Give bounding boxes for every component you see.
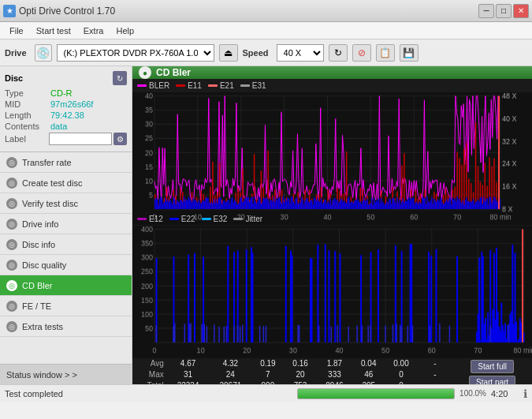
- nav-fe-te[interactable]: ◎ FE / TE: [0, 296, 132, 316]
- legend-e21: E21: [208, 81, 234, 90]
- status-window-label: Status window > >: [6, 370, 77, 380]
- chart-area: ● CD Bler BLER E11 E21: [132, 66, 532, 384]
- drive-label: Drive: [5, 48, 27, 58]
- nav-transfer-rate[interactable]: ◎ Transfer rate: [0, 152, 132, 173]
- stats-avg-e12: 1.87: [317, 358, 352, 369]
- nav-transfer-rate-label: Transfer rate: [22, 158, 72, 167]
- e11-color: [176, 84, 185, 87]
- nav-disc-info[interactable]: ◎ Disc info: [0, 234, 132, 255]
- status-time: 4:20: [491, 389, 519, 398]
- nav-create-test-disc[interactable]: ◎ Create test disc: [0, 173, 132, 193]
- legend-e31: E31: [240, 81, 266, 90]
- e22-label: E22: [181, 215, 195, 223]
- stats-avg-label: Avg: [132, 358, 167, 369]
- e11-label: E11: [188, 81, 202, 90]
- nav-drive-info[interactable]: ◎ Drive info: [0, 214, 132, 234]
- speed-select[interactable]: 40 X: [277, 44, 324, 62]
- label-gear-button[interactable]: ⚙: [113, 133, 127, 145]
- nav-verify-test-disc-label: Verify test disc: [22, 199, 78, 208]
- disc-title: Disc: [5, 73, 23, 83]
- type-label: Type: [5, 88, 50, 98]
- extra-tests-icon: ◎: [6, 321, 17, 332]
- chart-header: ● CD Bler: [132, 66, 532, 79]
- start-part-button[interactable]: Start part: [469, 376, 515, 384]
- eject-button[interactable]: ⏏: [219, 44, 238, 62]
- stats-avg-e11: 4.32: [209, 358, 251, 369]
- stats-avg-e31: 0.16: [284, 358, 316, 369]
- contents-label: Contents: [5, 122, 50, 131]
- nav-disc-info-label: Disc info: [22, 240, 55, 249]
- e32-label: E32: [214, 215, 228, 223]
- charts-container: BLER E11 E21 E31: [132, 79, 532, 346]
- nav-cd-bler[interactable]: ◎ CD Bler: [0, 275, 132, 296]
- stats-total-e31: 753: [284, 380, 316, 384]
- stats-total-e11: 20671: [209, 380, 251, 384]
- stats-max-e31: 20: [284, 369, 316, 380]
- nav-extra-tests[interactable]: ◎ Extra tests: [0, 316, 132, 337]
- disc-refresh-button[interactable]: ↻: [113, 71, 127, 85]
- contents-value: data: [50, 122, 67, 131]
- menu-start-test[interactable]: Start test: [30, 24, 77, 37]
- erase-button[interactable]: ⊘: [352, 44, 371, 62]
- stats-avg-e32: 0.00: [385, 358, 417, 369]
- nav-disc-quality[interactable]: ◎ Disc quality: [0, 255, 132, 275]
- stats-avg-row: Avg 4.67 4.32 0.19 0.16 1.87 0.04 0.00 -…: [132, 358, 532, 369]
- drive-info-icon: ◎: [6, 219, 17, 230]
- bottom-chart-wrapper: E12 E22 E32 Jitter: [132, 212, 532, 346]
- stats-total-label: Total: [132, 380, 167, 384]
- title-bar: ★ Opti Drive Control 1.70 ─ □ ✕: [0, 0, 532, 22]
- stats-max-e32: 0: [385, 369, 417, 380]
- maximize-button[interactable]: □: [496, 4, 512, 18]
- e12-label: E12: [149, 215, 163, 223]
- nav-drive-info-label: Drive info: [22, 219, 58, 229]
- mid-value: 97m26s66f: [50, 99, 93, 109]
- stats-total-jitter: -: [418, 380, 453, 384]
- drive-select[interactable]: (K:) PLEXTOR DVDR PX-760A 1.07: [57, 44, 214, 62]
- legend-e12: E12: [137, 215, 163, 223]
- drive-icon: 💿: [35, 44, 52, 62]
- bler-label: BLER: [149, 81, 169, 90]
- disc-info-icon: ◎: [6, 239, 17, 250]
- status-info-icon: ℹ: [523, 387, 527, 400]
- window-controls: ─ □ ✕: [478, 4, 529, 18]
- length-label: Length: [5, 110, 50, 120]
- stats-avg-e21: 0.19: [251, 358, 284, 369]
- nav-verify-test-disc[interactable]: ◎ Verify test disc: [0, 193, 132, 214]
- minimize-button[interactable]: ─: [478, 4, 494, 18]
- stats-action-cell: Start full Start part: [452, 358, 532, 384]
- menu-extra[interactable]: Extra: [77, 24, 110, 37]
- menu-help[interactable]: Help: [110, 24, 140, 37]
- bottom-legend: E12 E22 E32 Jitter: [132, 212, 532, 226]
- e21-label: E21: [220, 81, 234, 90]
- stats-max-label: Max: [132, 369, 167, 380]
- fe-te-icon: ◎: [6, 301, 17, 312]
- stats-max-bler: 31: [167, 369, 210, 380]
- progress-bar: [297, 388, 455, 399]
- stats-total-e12: 8946: [317, 380, 352, 384]
- length-value: 79:42.38: [50, 110, 84, 120]
- close-button[interactable]: ✕: [513, 4, 529, 18]
- create-test-disc-icon: ◎: [6, 178, 17, 189]
- nav-extra-tests-label: Extra tests: [22, 322, 63, 331]
- refresh-button[interactable]: ↻: [329, 44, 348, 62]
- label-input[interactable]: [49, 133, 112, 145]
- save-button[interactable]: 💾: [400, 44, 419, 62]
- speed-label: Speed: [243, 48, 269, 58]
- status-window-button[interactable]: Status window > >: [0, 364, 132, 384]
- label-label: Label: [5, 134, 49, 144]
- start-full-button[interactable]: Start full: [471, 360, 514, 373]
- copy-button[interactable]: 📋: [376, 44, 395, 62]
- nav-disc-quality-label: Disc quality: [22, 260, 66, 270]
- cd-bler-icon: ◎: [6, 280, 17, 291]
- legend-e32: E32: [202, 215, 228, 223]
- stats-max-jitter: -: [418, 369, 453, 380]
- chart-title: CD Bler: [156, 67, 191, 78]
- bler-color: [137, 84, 147, 87]
- e32-color: [202, 218, 211, 220]
- menu-file[interactable]: File: [3, 24, 30, 37]
- verify-test-disc-icon: ◎: [6, 198, 17, 209]
- progress-percent: 100.0%: [459, 389, 486, 398]
- status-text: Test completed: [5, 389, 292, 398]
- nav-cd-bler-label: CD Bler: [22, 281, 53, 290]
- nav-create-test-disc-label: Create test disc: [22, 178, 82, 188]
